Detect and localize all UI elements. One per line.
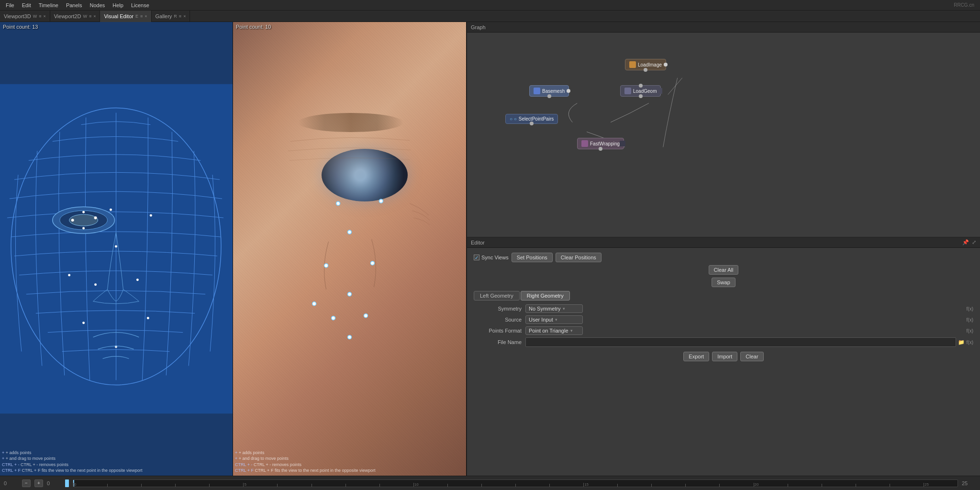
- import-button[interactable]: Import: [712, 352, 737, 361]
- menu-nodes[interactable]: Nodes: [86, 2, 109, 8]
- points-format-arrow-icon: ▾: [570, 328, 573, 333]
- node-loadgeom-connector-top[interactable]: [639, 84, 643, 88]
- timeline-end: 0: [47, 480, 61, 486]
- file-name-fx[interactable]: f(x): [967, 340, 973, 345]
- viewport-2d[interactable]: Point count: 10: [233, 22, 467, 476]
- timeline-start: 0: [4, 480, 18, 486]
- source-arrow-icon: ▾: [555, 317, 557, 322]
- tab-viewport3d-menu[interactable]: ≡: [39, 14, 41, 19]
- node-loadgeom-connector-bottom[interactable]: [639, 94, 643, 98]
- tab-visual-editor-menu[interactable]: ≡: [140, 14, 143, 19]
- timeline-track[interactable]: 0 5 10 15 20 25: [73, 479, 958, 487]
- tab-viewport2d-close[interactable]: ×: [93, 14, 96, 19]
- node-fastwrapping-connector-bottom[interactable]: [599, 147, 602, 151]
- clear-all-button[interactable]: Clear All: [709, 265, 739, 275]
- tab-viewport3d[interactable]: Viewport3D W ≡ ×: [0, 11, 50, 22]
- viewport-3d[interactable]: Point count: 13: [0, 22, 233, 476]
- timeline-minus-button[interactable]: −: [22, 479, 31, 487]
- svg-point-6: [94, 216, 97, 219]
- menu-panels[interactable]: Panels: [62, 2, 86, 8]
- node-basemesh[interactable]: Basemesh: [529, 85, 569, 97]
- sync-views-row: ✓ Sync Views Set Positions Clear Positio…: [474, 253, 973, 262]
- timeline-cursor-handle[interactable]: [65, 479, 69, 487]
- graph-title: Graph: [471, 24, 486, 30]
- source-select[interactable]: User Input ▾: [525, 315, 583, 324]
- viewport-2d-header: Point count: 10: [236, 24, 271, 30]
- menu-help[interactable]: Help: [109, 2, 127, 8]
- clear-positions-button[interactable]: Clear Positions: [556, 253, 601, 262]
- node-selectpointpairs-connector-bottom[interactable]: [530, 122, 534, 125]
- svg-point-25: [364, 314, 368, 318]
- sync-views-checkbox[interactable]: ✓: [474, 255, 479, 260]
- svg-point-18: [336, 201, 340, 205]
- symmetry-arrow-icon: ▾: [563, 306, 565, 311]
- points-format-fx[interactable]: f(x): [967, 328, 973, 334]
- node-loadgeom[interactable]: LoadGeom: [620, 85, 661, 97]
- tab-gallery-menu[interactable]: ≡: [179, 14, 181, 19]
- node-basemesh-connector-bottom[interactable]: [547, 94, 551, 98]
- node-fastwrapping[interactable]: FastWrapping: [577, 138, 624, 149]
- menu-timeline[interactable]: Timeline: [35, 2, 62, 8]
- symmetry-control: No Symmetry ▾ f(x): [525, 304, 973, 313]
- file-name-control: 📁 f(x): [525, 337, 973, 347]
- file-name-input[interactable]: [525, 337, 956, 347]
- symmetry-fx[interactable]: f(x): [967, 306, 973, 312]
- menu-license[interactable]: License: [127, 2, 153, 8]
- node-loadgeom-connector-right[interactable]: [657, 88, 662, 94]
- points-format-value: Point on Triangle: [529, 328, 568, 334]
- tab-visual-editor-label: Visual Editor: [104, 13, 134, 19]
- tab-right-geometry[interactable]: Right Geometry: [521, 291, 570, 301]
- tab-visual-editor[interactable]: Visual Editor E ≡ ×: [100, 11, 151, 22]
- tab-viewport2d[interactable]: Viewport2D W ≡ ×: [50, 11, 100, 22]
- tab-visual-editor-key: E: [135, 14, 138, 19]
- tab-visual-editor-close[interactable]: ×: [145, 14, 147, 19]
- node-loadimage-icon: [629, 61, 636, 68]
- tab-viewport3d-close[interactable]: ×: [43, 14, 45, 19]
- help-overlay-left: + + adds points + + and drag to move poi…: [2, 450, 143, 474]
- svg-point-22: [370, 261, 374, 265]
- tab-viewport2d-menu[interactable]: ≡: [89, 14, 91, 19]
- node-selectpointpairs-label: SelectPointPairs: [519, 116, 554, 122]
- node-graph[interactable]: LoadImage Basemesh LoadGeom: [467, 33, 980, 237]
- node-loadimage[interactable]: LoadImage: [625, 59, 666, 70]
- file-name-browse-icon[interactable]: 📁: [958, 339, 965, 345]
- node-selectpointpairs-icon-left: ○ ○: [510, 116, 517, 122]
- points-format-select[interactable]: Point on Triangle ▾: [525, 326, 583, 335]
- tab-left-geometry[interactable]: Left Geometry: [474, 291, 520, 301]
- graph-header: Graph: [467, 22, 980, 33]
- node-loadimage-connector-bottom[interactable]: [644, 68, 647, 72]
- file-name-row: File Name 📁 f(x): [474, 337, 973, 347]
- symmetry-select[interactable]: No Symmetry ▾: [525, 304, 583, 313]
- swap-button[interactable]: Swap: [712, 278, 735, 287]
- sync-views-check-icon: ✓: [475, 255, 479, 260]
- export-button[interactable]: Export: [683, 352, 709, 361]
- timeline-plus-button[interactable]: +: [34, 479, 43, 487]
- tab-gallery-close[interactable]: ×: [183, 14, 186, 19]
- app-watermark: RRCG.cn: [950, 2, 978, 8]
- file-name-label: File Name: [474, 339, 522, 345]
- tab-gallery-label: Gallery: [156, 13, 172, 19]
- node-fastwrapping-connector-right[interactable]: [620, 141, 625, 146]
- tab-gallery-key: R: [174, 14, 177, 19]
- sync-views-checkbox-label[interactable]: ✓ Sync Views: [474, 255, 509, 260]
- points-format-row: Points Format Point on Triangle ▾ f(x): [474, 326, 973, 335]
- editor-expand-icon[interactable]: ⤢: [972, 239, 976, 245]
- svg-point-5: [71, 219, 74, 222]
- node-selectpointpairs[interactable]: ○ ○ SelectPointPairs: [505, 114, 558, 124]
- editor-pin-icon[interactable]: 📌: [962, 239, 969, 245]
- geometry-tabs: Left Geometry Right Geometry: [474, 291, 973, 301]
- source-fx[interactable]: f(x): [967, 317, 973, 323]
- svg-point-23: [348, 292, 352, 296]
- viewport-3d-header: Point count: 13: [3, 24, 38, 30]
- tab-gallery[interactable]: Gallery R ≡ ×: [152, 11, 190, 22]
- clear-button[interactable]: Clear: [740, 352, 763, 361]
- menu-edit[interactable]: Edit: [18, 2, 35, 8]
- set-positions-button[interactable]: Set Positions: [512, 253, 553, 262]
- node-loadimage-connector-right[interactable]: [664, 63, 668, 67]
- svg-point-8: [82, 227, 85, 230]
- editor-content: ✓ Sync Views Set Positions Clear Positio…: [467, 248, 980, 366]
- tab-viewport3d-key: W: [33, 14, 37, 19]
- node-basemesh-connector-right[interactable]: [567, 89, 570, 93]
- menu-file[interactable]: File: [2, 2, 18, 8]
- svg-point-13: [136, 278, 139, 281]
